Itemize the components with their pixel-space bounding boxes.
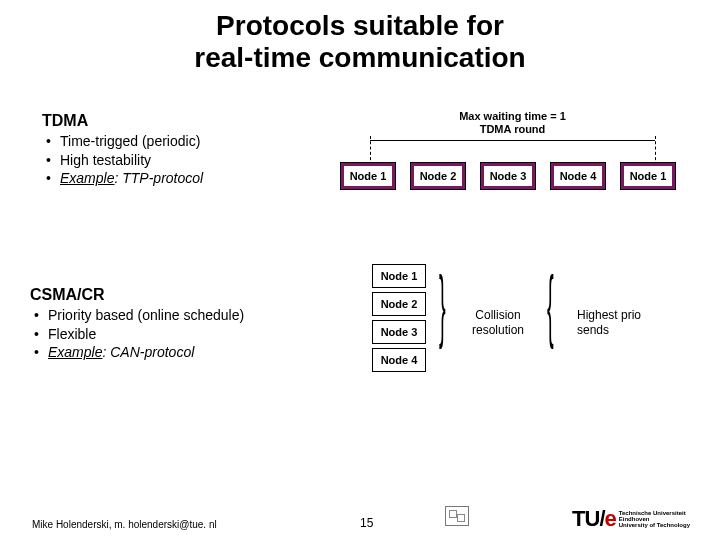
tdma-heading: TDMA [42, 112, 203, 130]
csma-node: Node 3 [372, 320, 426, 344]
csma-node: Node 4 [372, 348, 426, 372]
tdma-nodes: Node 1 Node 2 Node 3 Node 4 Node 1 [340, 162, 676, 190]
csma-section: CSMA/CR Priority based (online schedule)… [30, 286, 244, 361]
tdma-node: Node 1 [340, 162, 396, 190]
tdma-node: Node 2 [410, 162, 466, 190]
csma-item: Example: CAN-protocol [34, 343, 244, 361]
tdma-item: Example: TTP-protocol [46, 169, 203, 187]
tue-logo: TU/e Technische Universiteit Eindhoven U… [572, 506, 690, 532]
csma-bullets: Priority based (online schedule) Flexibl… [34, 306, 244, 361]
collision-label: Collisionresolution [472, 308, 524, 337]
tdma-round-label: Max waiting time = 1TDMA round [459, 110, 566, 135]
footer-note: Mike Holenderski, m. holenderski@tue. nl [32, 519, 217, 530]
csma-figure: Node 1 Node 2 Node 3 Node 4 } Collisionr… [372, 260, 702, 376]
tdma-item: Time-trigged (periodic) [46, 132, 203, 150]
prio-label: Highest priosends [577, 308, 641, 337]
csma-item: Flexible [34, 325, 244, 343]
bracket-close-icon: } [439, 259, 446, 352]
tdma-item: High testability [46, 151, 203, 169]
round-span [370, 140, 655, 141]
tdma-section: TDMA Time-trigged (periodic) High testab… [42, 112, 203, 187]
csma-node: Node 1 [372, 264, 426, 288]
crest-icon [445, 506, 475, 532]
csma-heading: CSMA/CR [30, 286, 244, 304]
tdma-node: Node 4 [550, 162, 606, 190]
csma-node: Node 2 [372, 292, 426, 316]
tdma-figure: Max waiting time = 1TDMA round Node 1 No… [330, 110, 695, 200]
page-number: 15 [360, 516, 373, 530]
csma-nodes: Node 1 Node 2 Node 3 Node 4 [372, 264, 702, 372]
bracket-open-icon: { [547, 259, 554, 352]
csma-item: Priority based (online schedule) [34, 306, 244, 324]
slide-title: Protocols suitable forreal-time communic… [0, 10, 720, 74]
tdma-bullets: Time-trigged (periodic) High testability… [46, 132, 203, 187]
tdma-node: Node 1 [620, 162, 676, 190]
tdma-node: Node 3 [480, 162, 536, 190]
